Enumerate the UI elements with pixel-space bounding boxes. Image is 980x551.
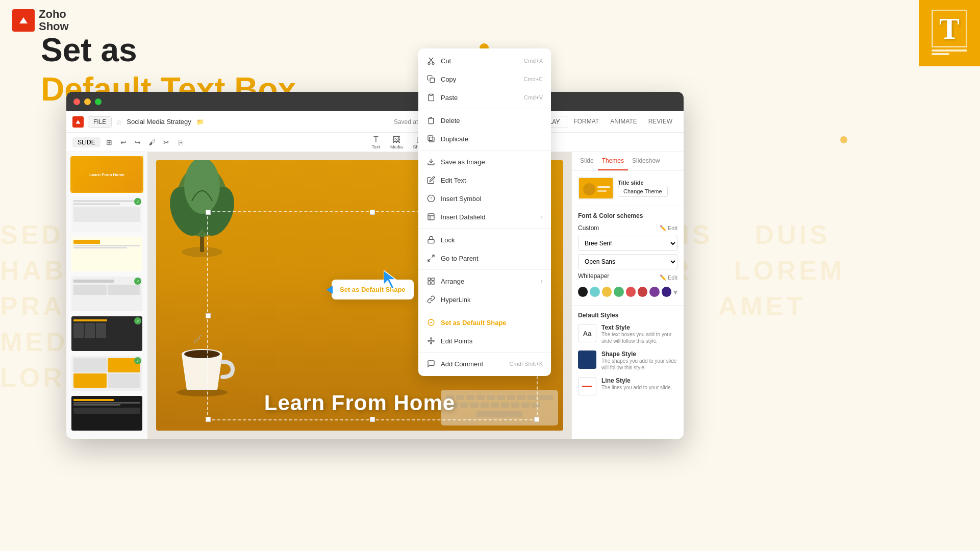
menu-item-arrange[interactable]: Arrange ›: [418, 272, 551, 290]
svg-point-58: [431, 342, 432, 344]
svg-rect-40: [430, 78, 435, 83]
window-maximize-btn[interactable]: [95, 98, 102, 105]
panel-tab-slideshow[interactable]: Slideshow: [628, 152, 664, 170]
tab-format[interactable]: FORMAT: [568, 116, 604, 128]
slides-thumbnails-panel: 1 Learn From Home 2 ✓ 3: [66, 152, 148, 439]
color-swatch-7[interactable]: [649, 287, 659, 297]
slide-thumb-5[interactable]: 5 ✓: [70, 315, 143, 352]
shape-style-name: Shape Style: [601, 350, 677, 358]
color-swatch-8[interactable]: [662, 287, 671, 297]
top-header: Zoho Show: [0, 0, 980, 41]
menu-divider-3: [418, 228, 551, 229]
menu-item-paste[interactable]: Paste Cmd+V: [418, 88, 551, 107]
slide-thumb-1[interactable]: 1 Learn From Home: [70, 156, 143, 193]
layout-icon[interactable]: ⊞: [104, 137, 115, 148]
handle-mid-left[interactable]: [206, 313, 211, 318]
default-styles-section: Default Styles Aa Text Style The text bo…: [572, 306, 684, 408]
handle-bottom-right[interactable]: [534, 417, 539, 422]
insert-symbol-label: Insert Symbol: [441, 195, 481, 203]
panel-tab-themes[interactable]: Themes: [598, 152, 628, 170]
slide-thumb-3[interactable]: 3: [70, 236, 143, 272]
panel-tab-slide[interactable]: Slide: [576, 152, 598, 170]
add-comment-label: Add Comment: [441, 360, 483, 368]
change-theme-button[interactable]: Change Theme: [618, 186, 668, 197]
arrange-label: Arrange: [441, 278, 464, 285]
menu-item-delete[interactable]: Delete: [418, 111, 551, 130]
duplicate-menu-icon: [426, 134, 436, 143]
color-swatch-4[interactable]: [614, 287, 623, 297]
slide-thumb-6[interactable]: 6 ✓: [70, 355, 143, 392]
menu-item-edit-text[interactable]: Edit Text: [418, 171, 551, 189]
tab-animate[interactable]: ANIMATE: [605, 116, 642, 128]
menu-item-lock[interactable]: Lock: [418, 231, 551, 249]
color-swatch-5[interactable]: [626, 287, 636, 297]
window-titlebar: [66, 92, 684, 111]
line-style-preview: [578, 377, 596, 395]
shape-style-preview: [578, 350, 596, 369]
svg-rect-41: [430, 94, 432, 95]
handle-top-left[interactable]: [206, 210, 211, 215]
menu-item-set-default-shape[interactable]: Set as Default Shape: [418, 313, 551, 332]
cut-icon[interactable]: ✂: [161, 137, 172, 148]
svg-marker-1: [76, 120, 80, 123]
handle-top-mid[interactable]: [370, 210, 375, 215]
insert-text-btn[interactable]: T Text: [372, 135, 381, 149]
scheme-name: Custom: [578, 224, 599, 232]
menu-divider-6: [418, 352, 551, 353]
svg-marker-59: [384, 270, 396, 289]
redo-icon[interactable]: ↪: [132, 137, 143, 148]
font-scheme-row: Custom ✏️ Edit: [578, 224, 677, 232]
shape-style-item: Shape Style The shapes you add to your s…: [578, 350, 677, 371]
menu-item-insert-symbol[interactable]: Insert Symbol: [418, 189, 551, 208]
menu-item-save-image[interactable]: Save as Image: [418, 153, 551, 171]
save-image-menu-icon: [426, 157, 436, 166]
handle-bottom-left[interactable]: [206, 417, 211, 422]
primary-font-select[interactable]: Bree Serif: [578, 236, 677, 251]
copy-menu-icon: [426, 74, 436, 84]
datafield-arrow-icon: ›: [541, 213, 543, 220]
menu-item-duplicate[interactable]: Duplicate: [418, 130, 551, 148]
svg-point-8: [184, 160, 220, 214]
hyperlink-label: HyperLink: [441, 296, 471, 304]
add-slide-btn[interactable]: SLIDE: [72, 137, 100, 147]
text-style-desc: The text boxes you add to your slide wil…: [601, 331, 677, 344]
svg-rect-36: [597, 190, 607, 192]
theme-item-title-slide[interactable]: Title slide Change Theme: [578, 177, 677, 199]
copy-icon[interactable]: ⎘: [175, 137, 186, 148]
menu-item-insert-datafield[interactable]: Insert Datafield ›: [418, 208, 551, 226]
undo-icon[interactable]: ↩: [118, 137, 129, 148]
text-style-name: Text Style: [601, 324, 677, 331]
favorite-icon[interactable]: ☆: [116, 118, 122, 126]
color-dropdown-btn[interactable]: ▾: [673, 287, 677, 297]
slide-thumb-2[interactable]: 2 ✓: [70, 196, 143, 233]
slide-thumb-7[interactable]: 7: [70, 395, 143, 432]
color-swatch-6[interactable]: [638, 287, 647, 297]
font-color-title: Font & Color schemes: [578, 212, 677, 219]
color-swatch-2[interactable]: [590, 287, 599, 297]
tooltip-arrow: [326, 286, 333, 294]
window-close-btn[interactable]: [73, 98, 80, 105]
menu-item-go-to-parent[interactable]: Go to Parent: [418, 249, 551, 267]
slide-thumb-4[interactable]: 4 ✓: [70, 276, 143, 312]
handle-bottom-mid[interactable]: [370, 417, 375, 422]
menu-divider-5: [418, 311, 551, 311]
insert-media-btn[interactable]: 🖼 Media: [390, 135, 403, 149]
menu-item-edit-points[interactable]: Edit Points: [418, 332, 551, 350]
menu-item-hyperlink[interactable]: HyperLink: [418, 290, 551, 309]
paint-format-icon[interactable]: 🖌: [146, 137, 158, 148]
tab-review[interactable]: REVIEW: [643, 116, 677, 128]
document-title[interactable]: Social Media Strategy: [127, 118, 191, 126]
svg-point-39: [432, 62, 434, 64]
menu-item-cut[interactable]: Cut Cmd+X: [418, 52, 551, 70]
window-minimize-btn[interactable]: [84, 98, 91, 105]
color-swatch-3[interactable]: [602, 287, 612, 297]
menu-item-copy[interactable]: Copy Cmd+C: [418, 70, 551, 88]
menu-divider-1: [418, 109, 551, 109]
edit-color-scheme-link[interactable]: ✏️ Edit: [660, 274, 677, 281]
edit-font-scheme-link[interactable]: ✏️ Edit: [660, 225, 677, 232]
secondary-font-select[interactable]: Open Sans: [578, 254, 677, 269]
file-menu-btn[interactable]: FILE: [88, 116, 112, 128]
color-swatch-1[interactable]: [578, 287, 588, 297]
go-to-parent-label: Go to Parent: [441, 255, 479, 262]
menu-item-add-comment[interactable]: Add Comment Cmd+Shift+K: [418, 355, 551, 373]
